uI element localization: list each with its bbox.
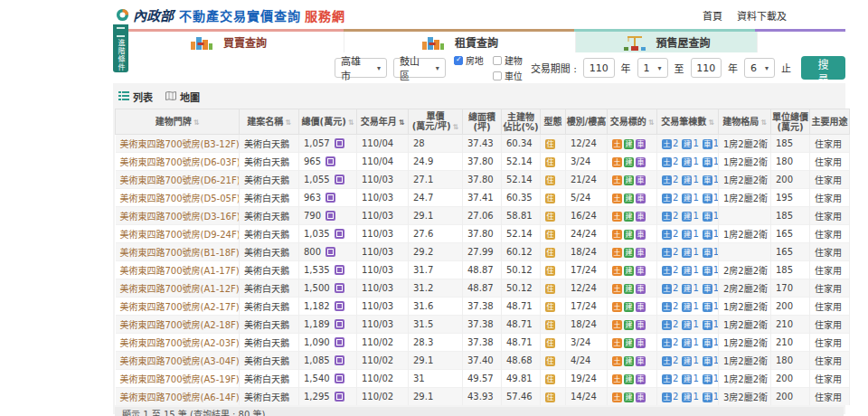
address-link[interactable]: 美術東四路700號房(A2-18F) bbox=[120, 320, 240, 330]
table-row[interactable]: 美術東四路700號房(A3-04F)美術白天鵝1,085110/0229.137… bbox=[116, 352, 850, 370]
advanced-filter-tab[interactable]: 進階條件 bbox=[113, 24, 128, 72]
price-detail-icon[interactable] bbox=[335, 392, 344, 402]
end-year-input[interactable]: 110 bbox=[691, 58, 722, 78]
count-badge-建: 建 bbox=[682, 374, 692, 384]
table-row[interactable]: 美術東四路700號房(A1-17F)美術白天鵝1,535110/0331.748… bbox=[116, 261, 850, 279]
address-link[interactable]: 美術東四路700號房(D6-03F) bbox=[120, 157, 240, 167]
map-view-toggle[interactable]: 地圖 bbox=[165, 90, 200, 104]
price-detail-icon[interactable] bbox=[326, 247, 335, 257]
price-detail-icon[interactable] bbox=[335, 319, 344, 329]
query-tab-strip: 買賣查詢租賃查詢預售屋查詢 bbox=[113, 29, 845, 53]
city-select[interactable]: 高雄市▾ bbox=[335, 58, 387, 78]
target-badge-建: 建 bbox=[624, 248, 634, 258]
cell-floor: 3/24 bbox=[566, 334, 608, 352]
search-button[interactable]: 搜尋 bbox=[801, 56, 845, 80]
col-unit_price[interactable]: 單價(萬元/坪)⇅ bbox=[409, 109, 463, 135]
price-detail-icon[interactable] bbox=[335, 265, 344, 275]
cell-targets: 土建車 bbox=[608, 243, 657, 261]
cell-main_ratio: 57.46 bbox=[502, 388, 541, 406]
home-link[interactable]: 首頁 bbox=[703, 8, 722, 23]
total-price-value: 1,295 bbox=[304, 392, 330, 402]
price-detail-icon[interactable] bbox=[335, 355, 344, 365]
tab-presale-query[interactable]: 預售屋查詢 bbox=[576, 32, 758, 52]
start-year-input[interactable]: 110 bbox=[583, 58, 614, 78]
tab-sale-query[interactable]: 買賣查詢 bbox=[113, 32, 344, 52]
cell-total_price: 1,090 bbox=[299, 334, 357, 352]
target-badge-建: 建 bbox=[624, 212, 634, 222]
col-layout[interactable]: 建物格局⇅ bbox=[719, 109, 771, 135]
data-download-link[interactable]: 資料下載及 bbox=[737, 8, 787, 23]
address-link[interactable]: 美術東四路700號房(A2-03F) bbox=[120, 338, 240, 348]
address-link[interactable]: 美術東四路700號房(D9-24F) bbox=[120, 230, 240, 240]
table-row[interactable]: 美術東四路700號房(A2-18F)美術白天鵝1,189110/0331.537… bbox=[116, 316, 850, 334]
cell-floor: 12/24 bbox=[566, 279, 608, 298]
building-checkbox[interactable]: 建物 bbox=[493, 53, 523, 67]
price-detail-icon[interactable] bbox=[335, 373, 344, 383]
address-link[interactable]: 美術東四路700號房(D3-16F) bbox=[120, 212, 240, 222]
address-link[interactable]: 美術東四路700號房(A1-12F) bbox=[120, 284, 240, 294]
price-detail-icon[interactable] bbox=[335, 337, 344, 347]
cell-address: 美術東四路700號房(A2-18F) bbox=[116, 316, 240, 334]
cell-date: 110/03 bbox=[357, 261, 409, 279]
price-detail-icon[interactable] bbox=[335, 138, 344, 148]
address-link[interactable]: 美術東四路700號房(A1-17F) bbox=[120, 266, 240, 276]
col-project[interactable]: 建案名稱⇅ bbox=[240, 109, 299, 135]
housing-land-checkbox[interactable]: 房地 bbox=[454, 53, 484, 67]
table-row[interactable]: 美術東四路700號房(B3-12F)美術白天鵝1,057110/042837.4… bbox=[116, 135, 850, 153]
site-logo[interactable]: 內政部 不動產交易實價查詢 服務網 bbox=[116, 5, 345, 24]
total-price-value: 790 bbox=[304, 211, 321, 221]
parking-checkbox[interactable]: 車位 bbox=[493, 69, 523, 82]
price-detail-icon[interactable] bbox=[335, 175, 344, 184]
address-link[interactable]: 美術東四路700號房(D5-05F) bbox=[120, 194, 240, 203]
address-link[interactable]: 美術東四路700號房(A3-04F) bbox=[120, 356, 240, 366]
table-row[interactable]: 美術東四路700號房(B1-18F)美術白天鵝800110/0329.227.9… bbox=[116, 243, 850, 261]
table-row[interactable]: 美術東四路700號房(D6-21F)美術白天鵝1,055110/0327.137… bbox=[116, 171, 850, 189]
target-badge-車: 車 bbox=[636, 284, 646, 294]
table-row[interactable]: 美術東四路700號房(A2-03F)美術白天鵝1,090110/0228.337… bbox=[116, 334, 850, 352]
price-detail-icon[interactable] bbox=[326, 156, 335, 166]
col-date[interactable]: 交易年月⇅ bbox=[357, 109, 409, 135]
cell-address: 美術東四路700號房(A2-03F) bbox=[116, 334, 240, 352]
cell-type: 住 bbox=[541, 243, 566, 261]
address-link[interactable]: 美術東四路700號房(B3-12F) bbox=[120, 139, 240, 149]
target-badge-建: 建 bbox=[624, 139, 634, 149]
address-link[interactable]: 美術東四路700號房(D6-21F) bbox=[120, 175, 240, 185]
cell-type: 住 bbox=[541, 189, 566, 207]
col-total_price[interactable]: 總價(萬元)⇅ bbox=[299, 109, 357, 135]
col-targets[interactable]: 交易標的⇅ bbox=[608, 109, 657, 135]
table-row[interactable]: 美術東四路700號房(D3-16F)美術白天鵝790110/0329.127.0… bbox=[116, 207, 850, 225]
table-row[interactable]: 美術東四路700號房(D9-24F)美術白天鵝1,035110/0327.637… bbox=[116, 225, 850, 243]
cell-unit_total: 200 bbox=[771, 370, 810, 388]
cell-usage: 住家用 bbox=[810, 135, 850, 153]
target-badge-建: 建 bbox=[624, 338, 634, 348]
table-row[interactable]: 美術東四路700號房(A5-19F)美術白天鵝1,540110/023149.5… bbox=[116, 370, 850, 388]
cell-unit_price: 31.2 bbox=[409, 279, 463, 298]
address-link[interactable]: 美術東四路700號房(A2-17F) bbox=[120, 302, 240, 312]
table-row[interactable]: 美術東四路700號房(D6-03F)美術白天鵝965110/0424.937.8… bbox=[116, 153, 850, 171]
address-link[interactable]: 美術東四路700號房(A6-14F) bbox=[120, 392, 240, 402]
table-row[interactable]: 美術東四路700號房(A6-14F)美術白天鵝1,295110/0229.143… bbox=[116, 388, 850, 406]
district-select[interactable]: 鼓山區▾ bbox=[393, 58, 446, 78]
cell-unit_price: 27.1 bbox=[409, 171, 463, 189]
table-row[interactable]: 美術東四路700號房(A1-12F)美術白天鵝1,500110/0331.248… bbox=[116, 279, 850, 298]
price-detail-icon[interactable] bbox=[335, 229, 344, 239]
list-view-toggle[interactable]: 列表 bbox=[118, 90, 153, 104]
cell-unit_total: 180 bbox=[771, 153, 810, 171]
address-link[interactable]: 美術東四路700號房(B1-18F) bbox=[120, 248, 240, 258]
price-detail-icon[interactable] bbox=[326, 193, 335, 203]
cell-targets: 土建車 bbox=[608, 171, 657, 189]
col-address[interactable]: 建物門牌⇅ bbox=[116, 109, 240, 135]
count-badge-土: 土 bbox=[662, 374, 672, 384]
table-row[interactable]: 美術東四路700號房(A2-17F)美術白天鵝1,182110/0331.637… bbox=[116, 298, 850, 316]
table-row[interactable]: 美術東四路700號房(D5-05F)美術白天鵝963110/0324.737.4… bbox=[116, 189, 850, 207]
cell-type: 住 bbox=[541, 135, 566, 153]
address-link[interactable]: 美術東四路700號房(A5-19F) bbox=[120, 374, 240, 384]
tab-rent-query[interactable]: 租賃查詢 bbox=[344, 32, 576, 52]
start-month-select[interactable]: 1▾ bbox=[637, 58, 668, 78]
price-detail-icon[interactable] bbox=[335, 301, 344, 311]
residential-type-badge: 住 bbox=[545, 284, 555, 294]
end-month-select[interactable]: 6▾ bbox=[744, 58, 775, 78]
price-detail-icon[interactable] bbox=[326, 211, 335, 221]
price-detail-icon[interactable] bbox=[335, 283, 344, 293]
col-counts[interactable]: 交易筆棟數⇅ bbox=[657, 109, 719, 135]
